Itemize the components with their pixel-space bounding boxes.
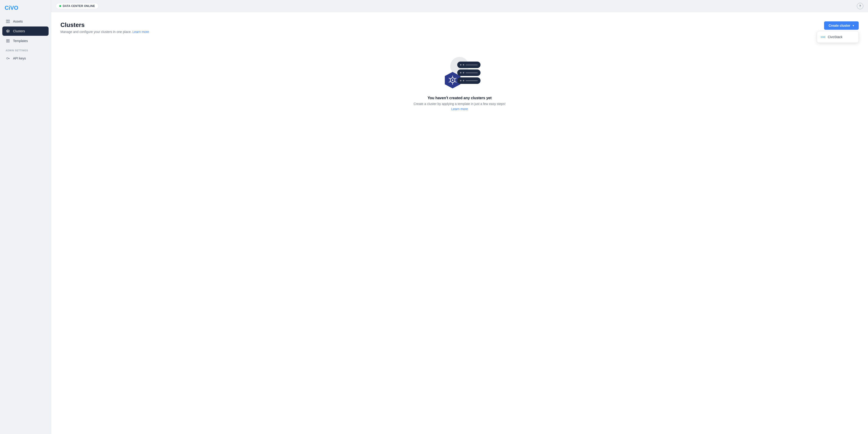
sidebar-item-templates-label: Templates [13,39,28,43]
sidebar-logo: CiVO [0,0,51,15]
empty-state: You haven't created any clusters yet Cre… [60,43,859,125]
main-area: DATA CENTER ONLINE ? Clusters Manage and… [51,0,868,434]
empty-state-title: You haven't created any clusters yet [428,96,492,100]
sidebar-nav: Assets Clusters [0,15,51,434]
help-icon: ? [859,4,861,8]
svg-rect-3 [6,22,8,23]
sidebar-item-assets[interactable]: Assets [2,17,49,26]
svg-text:CiVO: CiVO [5,5,19,11]
sidebar-item-templates[interactable]: Templates [2,36,49,45]
svg-point-9 [9,30,10,31]
svg-rect-2 [8,20,9,21]
svg-rect-14 [6,41,8,42]
server-bar-1 [457,62,480,68]
api-keys-icon [6,56,10,61]
sidebar-item-api-keys[interactable]: API keys [2,54,49,63]
svg-point-11 [9,31,10,32]
svg-text:CiVO: CiVO [821,36,826,38]
dropdown-item-civostack[interactable]: CiVO CivoStack [817,33,859,41]
sidebar-item-api-keys-label: API keys [13,57,26,60]
assets-icon [6,19,10,24]
page-header: Clusters Manage and configure your clust… [60,21,859,34]
dropdown-item-civostack-label: CivoStack [828,35,842,39]
sidebar-item-clusters-label: Clusters [13,29,25,33]
sidebar: CiVO Assets [0,0,51,434]
page-title-area: Clusters Manage and configure your clust… [60,21,149,34]
svg-rect-1 [6,20,8,21]
civo-logo: CiVO [5,4,19,12]
svg-point-10 [6,31,7,32]
create-cluster-button[interactable]: Create cluster ▾ [824,21,859,30]
chevron-down-icon: ▾ [852,24,854,27]
svg-rect-4 [8,22,9,23]
page-subtitle: Manage and configure your clusters in on… [60,30,149,34]
sidebar-item-clusters[interactable]: Clusters [2,27,49,36]
sidebar-item-assets-label: Assets [13,20,23,23]
svg-point-7 [7,32,8,33]
create-cluster-dropdown-container: Create cluster ▾ CiVO CivoStack [824,21,859,30]
status-label: DATA CENTER ONLINE [63,4,95,8]
status-badge: DATA CENTER ONLINE [56,3,99,9]
svg-point-6 [7,30,8,30]
svg-rect-13 [8,39,9,41]
svg-rect-15 [8,41,9,42]
server-stack [457,62,480,84]
empty-state-learn-more-link[interactable]: Learn more [451,107,468,111]
civo-logo-icon: CiVO [821,36,826,38]
svg-rect-12 [6,39,8,41]
content-area: Clusters Manage and configure your clust… [51,12,868,434]
empty-illustration [439,57,480,90]
topbar: DATA CENTER ONLINE ? [51,0,868,12]
status-indicator [59,5,61,7]
server-bar-2 [457,69,480,76]
server-bar-3 [457,77,480,84]
page-title: Clusters [60,21,149,29]
templates-icon [6,39,10,43]
page-subtitle-link[interactable]: Learn more [132,30,149,34]
topbar-right: ? [857,3,863,9]
empty-state-description: Create a cluster by applying a template … [413,102,505,106]
help-button[interactable]: ? [857,3,863,9]
svg-point-8 [6,30,7,31]
create-cluster-label: Create cluster [829,24,850,27]
svg-point-5 [7,30,8,32]
clusters-icon [6,29,10,33]
page-subtitle-text: Manage and configure your clusters in on… [60,30,131,34]
admin-section-label: ADMIN SETTINGS [2,46,49,53]
create-cluster-dropdown-menu: CiVO CivoStack [817,31,859,43]
svg-point-23 [452,79,453,81]
